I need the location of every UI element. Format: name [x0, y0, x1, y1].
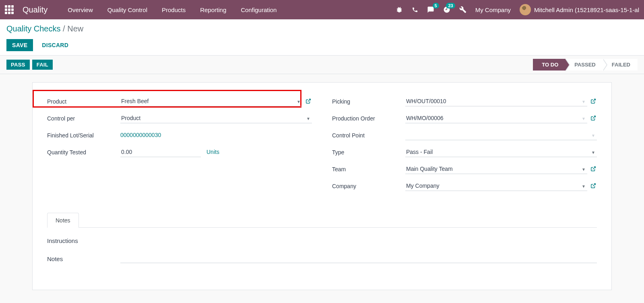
label-product: Product — [47, 98, 120, 105]
team-field[interactable] — [405, 164, 587, 174]
nav-reporting[interactable]: Reporting — [193, 1, 233, 19]
breadcrumb: Quality Checks / New — [6, 24, 638, 33]
apps-icon[interactable] — [5, 5, 14, 14]
label-control-point: Control Point — [332, 131, 405, 139]
label-lot: Finished Lot/Serial — [47, 131, 120, 139]
avatar-icon — [520, 4, 531, 15]
company-field[interactable] — [405, 181, 587, 191]
nav-overview[interactable]: Overview — [60, 1, 100, 19]
breadcrumb-current: New — [67, 24, 83, 33]
pass-button[interactable]: PASS — [6, 60, 30, 70]
messages-badge: 5 — [433, 3, 439, 8]
status-chips: TO DO PASSED FAILED — [533, 59, 638, 71]
user-menu[interactable]: Mitchell Admin (15218921-saas-15-1-al — [520, 4, 639, 15]
control-per-field[interactable] — [120, 113, 312, 123]
label-production: Production Order — [332, 114, 405, 122]
activities-icon[interactable]: 23 — [443, 6, 450, 13]
status-failed[interactable]: FAILED — [603, 59, 638, 71]
nav-configuration[interactable]: Configuration — [233, 1, 284, 19]
save-button[interactable]: SAVE — [6, 39, 33, 51]
status-todo[interactable]: TO DO — [533, 59, 566, 71]
status-passed[interactable]: PASSED — [566, 59, 603, 71]
picking-field[interactable] — [405, 96, 587, 106]
nav-products[interactable]: Products — [155, 1, 193, 19]
qty-field[interactable] — [120, 147, 201, 157]
activities-badge: 23 — [446, 3, 455, 8]
production-field[interactable] — [405, 113, 587, 123]
fail-button[interactable]: FAIL — [32, 60, 53, 70]
breadcrumb-root[interactable]: Quality Checks — [6, 24, 61, 33]
app-brand[interactable]: Quality — [23, 5, 47, 15]
messages-icon[interactable]: 5 — [427, 6, 434, 13]
label-type: Type — [332, 148, 405, 156]
tools-icon[interactable] — [459, 6, 466, 13]
type-field[interactable] — [405, 147, 597, 157]
control-panel: Quality Checks / New SAVE DISCARD — [0, 19, 644, 56]
control-point-field[interactable] — [405, 130, 597, 140]
tab-notes[interactable]: Notes — [47, 213, 79, 228]
product-field[interactable] — [120, 96, 302, 106]
statusbar: PASS FAIL TO DO PASSED FAILED — [0, 56, 644, 74]
label-picking: Picking — [332, 98, 405, 105]
instructions-label: Instructions — [47, 237, 597, 244]
lot-value[interactable]: 0000000000030 — [120, 132, 161, 138]
label-qty: Quantity Tested — [47, 148, 120, 156]
external-link-icon[interactable] — [590, 115, 597, 121]
bug-icon[interactable] — [396, 6, 403, 13]
form-sheet: Product ▼ Control per — [32, 82, 612, 290]
main-navbar: Quality Overview Quality Control Product… — [0, 0, 644, 19]
label-company: Company — [332, 182, 405, 189]
qty-unit: Units — [206, 149, 219, 155]
notes-editor[interactable] — [120, 255, 597, 263]
nav-quality-control[interactable]: Quality Control — [100, 1, 155, 19]
external-link-icon[interactable] — [590, 166, 597, 172]
company-switcher[interactable]: My Company — [475, 6, 511, 13]
phone-icon[interactable] — [412, 6, 418, 13]
label-team: Team — [332, 165, 405, 172]
external-link-icon[interactable] — [590, 183, 597, 189]
discard-button[interactable]: DISCARD — [40, 39, 70, 51]
external-link-icon[interactable] — [590, 98, 597, 104]
external-link-icon[interactable] — [305, 98, 312, 104]
user-name: Mitchell Admin (15218921-saas-15-1-al — [534, 6, 639, 13]
label-control-per: Control per — [47, 114, 120, 122]
